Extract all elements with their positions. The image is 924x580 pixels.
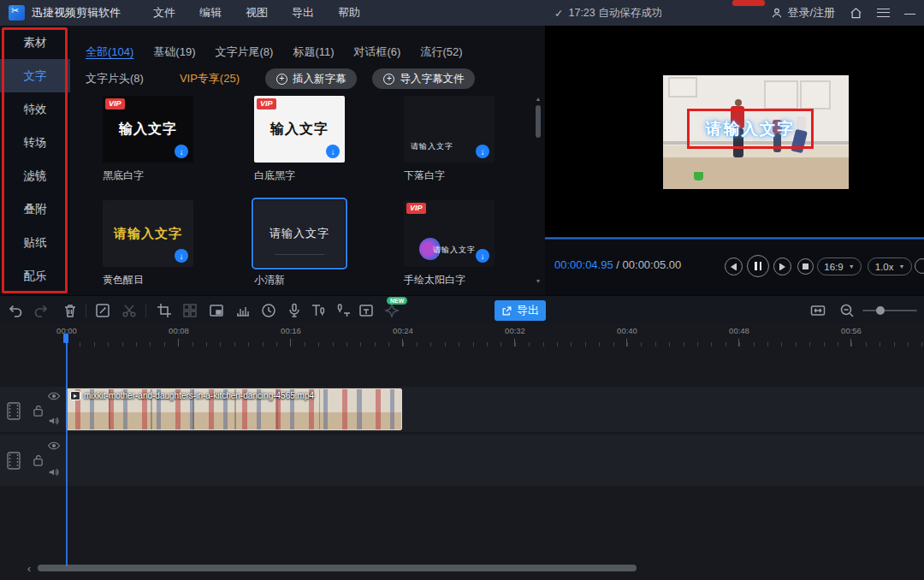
new-badge: NEW — [387, 297, 407, 305]
subtitle-icon[interactable] — [358, 302, 375, 319]
scroll-left-icon[interactable]: ‹ — [27, 563, 31, 575]
tab-popular[interactable]: 流行(52) — [420, 44, 462, 60]
minimize-button[interactable]: — — [904, 7, 915, 20]
menu-view[interactable]: 视图 — [246, 5, 268, 21]
timeline-zoom-slider[interactable] — [862, 310, 917, 311]
track-mute-icon[interactable] — [48, 416, 59, 426]
sidebar-item-stickers[interactable]: 贴纸 — [0, 226, 70, 259]
text-overlay-box[interactable]: 请输入文字 — [687, 109, 814, 149]
login-button[interactable]: 登录/注册 — [771, 5, 835, 21]
picture-in-picture-icon[interactable] — [208, 302, 225, 319]
pause-icon — [755, 262, 761, 270]
template-caption: 黑底白字 — [103, 169, 193, 183]
annotation-mark-top — [732, 0, 765, 6]
record-mic-icon[interactable] — [286, 302, 303, 319]
undo-icon[interactable] — [7, 302, 24, 319]
sidebar-item-text[interactable]: 文字 — [0, 59, 70, 92]
user-icon — [771, 7, 783, 19]
template-card-white-bg[interactable]: VIP 输入文字 ↓ 白底黑字 — [254, 96, 345, 183]
fullscreen-button[interactable] — [915, 258, 924, 274]
template-card-sun[interactable]: VIP 请输入文字 ↓ 手绘太阳白字 — [404, 200, 495, 287]
scrollbar-thumb[interactable] — [536, 105, 541, 138]
template-caption: 下落白字 — [404, 169, 495, 183]
tab-intro[interactable]: 文字片头(8) — [86, 71, 144, 86]
sidebar-item-music[interactable]: 配乐 — [0, 259, 70, 293]
template-card-drop-white[interactable]: 请输入文字 ↓ 下落白字 — [404, 96, 495, 183]
template-thumbnail: 请输入文字 — [254, 200, 345, 267]
next-frame-button[interactable] — [773, 257, 791, 275]
template-card-yellow[interactable]: 请输入文字 ↓ 黄色醒目 — [103, 200, 193, 287]
download-icon[interactable]: ↓ — [476, 249, 489, 263]
pause-button[interactable] — [747, 255, 769, 277]
export-button[interactable]: 导出 — [495, 300, 546, 321]
login-label: 登录/注册 — [787, 5, 835, 21]
sidebar-item-overlays[interactable]: 叠附 — [0, 192, 70, 226]
menu-export[interactable]: 导出 — [292, 5, 314, 21]
download-icon[interactable]: ↓ — [326, 145, 340, 158]
tab-outro[interactable]: 文字片尾(8) — [215, 44, 273, 60]
audio-wave-icon[interactable] — [234, 302, 252, 319]
speed-dropdown[interactable]: 1.0x ▼ — [868, 257, 912, 275]
aspect-ratio-dropdown[interactable]: 16:9 ▼ — [817, 257, 862, 275]
delete-icon[interactable] — [62, 302, 79, 319]
edit-toolbar: NEW 导出 — [0, 295, 924, 323]
crop-icon[interactable] — [156, 302, 173, 319]
sidebar-item-effects[interactable]: 特效 — [0, 92, 70, 126]
split-scissors-icon[interactable] — [121, 302, 138, 319]
timeline: 00:00 00:08 00:16 00:24 00:32 00:40 00:4… — [0, 323, 924, 580]
speed-clock-icon[interactable] — [260, 302, 277, 319]
scroll-up-icon[interactable]: ▲ — [534, 96, 542, 102]
import-subtitle-button[interactable]: + 导入字幕文件 — [372, 68, 475, 89]
effects-icon[interactable] — [383, 302, 400, 319]
timecode: 00:00:04.95 / 00:00:05.00 — [554, 258, 681, 271]
menu-lines-icon[interactable] — [877, 9, 890, 17]
download-icon[interactable]: ↓ — [476, 145, 489, 158]
template-card-fresh-selected[interactable]: 请输入文字 小清新 — [254, 200, 345, 287]
track-lock-icon[interactable] — [33, 454, 44, 466]
mosaic-icon[interactable] — [181, 302, 198, 319]
panel-scrollbar[interactable]: ▲ ▼ — [534, 96, 542, 286]
playhead-line[interactable] — [66, 334, 68, 566]
speech-to-text-icon[interactable] — [335, 302, 352, 319]
track-visibility-icon[interactable] — [48, 392, 60, 400]
home-icon[interactable] — [850, 7, 862, 20]
video-track-2 — [0, 435, 924, 486]
zoom-out-icon[interactable] — [838, 302, 856, 319]
sidebar-item-filters[interactable]: 滤镜 — [0, 159, 70, 192]
vip-badge: VIP — [257, 98, 276, 109]
tab-title[interactable]: 标题(11) — [293, 44, 334, 60]
track-mute-icon[interactable] — [48, 467, 59, 477]
template-card-black-on-white[interactable]: VIP 输入文字 ↓ 黑底白字 — [103, 96, 193, 183]
tab-dialog[interactable]: 对话框(6) — [354, 44, 401, 60]
menu-edit[interactable]: 编辑 — [199, 5, 222, 21]
video-clip[interactable]: mixkit-mother-and-daughters-in-a-kitchen… — [66, 388, 402, 430]
sidebar-item-media[interactable]: 素材 — [0, 26, 70, 59]
export-icon — [501, 305, 512, 317]
track-visibility-icon[interactable] — [48, 441, 60, 450]
tab-basic[interactable]: 基础(19) — [153, 44, 195, 60]
track-type-icon — [7, 402, 21, 420]
track-lock-icon[interactable] — [33, 405, 44, 417]
stop-button[interactable] — [797, 258, 814, 275]
scroll-down-icon[interactable]: ▼ — [534, 278, 542, 284]
download-icon[interactable]: ↓ — [175, 249, 188, 263]
timeline-hscrollbar[interactable] — [38, 565, 637, 571]
vip-badge: VIP — [105, 98, 125, 109]
app-logo-icon — [9, 5, 25, 21]
tab-vip-exclusive[interactable]: VIP专享(25) — [180, 71, 240, 86]
fit-timeline-icon[interactable] — [809, 302, 826, 319]
text-to-speech-icon[interactable] — [310, 302, 327, 319]
download-icon[interactable]: ↓ — [175, 145, 188, 158]
edit-icon[interactable] — [94, 302, 111, 319]
tab-all[interactable]: 全部(104) — [86, 44, 133, 60]
slider-handle[interactable] — [876, 306, 885, 315]
sidebar: 素材 文字 特效 转场 滤镜 叠附 贴纸 配乐 — [0, 26, 70, 295]
menu-help[interactable]: 帮助 — [338, 5, 360, 21]
previous-frame-button[interactable] — [725, 257, 743, 275]
autosave-status: ✓ 17:23 自动保存成功 — [554, 6, 662, 21]
timeline-ruler[interactable]: 00:00 00:08 00:16 00:24 00:32 00:40 00:4… — [0, 323, 924, 347]
sidebar-item-transitions[interactable]: 转场 — [0, 126, 70, 159]
menu-file[interactable]: 文件 — [153, 5, 175, 21]
insert-subtitle-button[interactable]: + 插入新字幕 — [265, 68, 358, 89]
redo-icon[interactable] — [33, 302, 50, 319]
